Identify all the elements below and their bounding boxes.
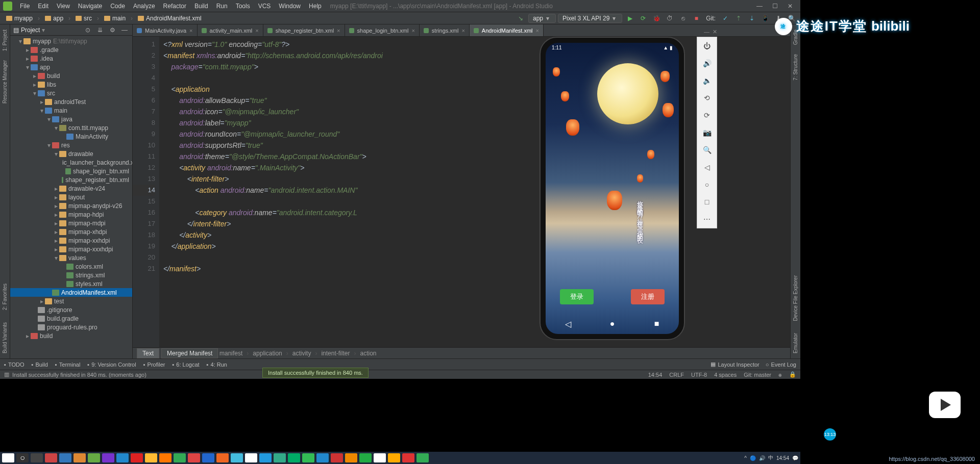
attach-debugger-icon[interactable]: ⎋ [677,13,689,24]
tree-node[interactable]: MainActivity [10,132,132,141]
menu-navigate[interactable]: Navigate [75,2,106,11]
git-push-icon[interactable]: ⇡ [733,13,744,24]
editor-crumb[interactable]: intent-filter [321,350,350,357]
tree-node[interactable]: ▾values [10,253,132,262]
layout-inspector-button[interactable]: ▦Layout Inspector [710,361,759,368]
editor-crumb[interactable]: application [253,350,282,357]
resource-manager-tab[interactable]: Resource Manager [2,58,8,106]
taskbar-app[interactable] [359,453,372,462]
start-button[interactable] [2,453,14,462]
taskbar-app[interactable] [159,453,172,462]
breadcrumb-item[interactable]: src [72,15,95,22]
taskbar-app[interactable] [231,453,243,462]
tree-node[interactable]: ▸drawable-v24 [10,184,132,193]
taskbar-app[interactable] [174,453,186,462]
device-screen[interactable]: 1:11 ▲ ▮ 你是遥远的明月 挂在每一个思念你的夜 登录 注册 ◁ ● ■ [546,43,679,334]
back-nav-icon[interactable]: ↘ [515,13,526,24]
editor-tab[interactable]: shape_login_btn.xml× [345,24,420,36]
menu-build[interactable]: Build [191,2,212,11]
toolwindow-button[interactable]: ▪TODO [4,362,24,368]
tree-node[interactable]: ▾com.ttit.myapp [10,123,132,132]
text-mode-tab[interactable]: Text [137,348,159,358]
register-button[interactable]: 注册 [631,289,665,304]
project-tree[interactable]: ▾myapp E:\ttit\myapp▸.gradle▸.idea▾app▸b… [10,36,132,358]
structure-tab[interactable]: 7: Structure [793,52,798,83]
taskbar-app[interactable] [59,453,71,462]
settings-icon[interactable]: ⚙ [108,27,117,34]
git-update-icon[interactable]: ✓ [720,13,731,24]
back-icon[interactable]: ◁ [701,162,713,173]
tray-icon[interactable]: 💬 [792,455,798,461]
tray-icon[interactable]: 中 [768,454,773,461]
tray-icon[interactable]: 🔊 [759,455,765,461]
search-button[interactable]: ○ [16,453,29,462]
menu-tools[interactable]: Tools [232,2,254,11]
device-explorer-tab[interactable]: Device File Explorer [793,273,798,323]
favorites-tab[interactable]: 2: Favorites [2,281,8,312]
tree-node[interactable]: build.gradle [10,314,132,323]
breadcrumb-item[interactable]: app [42,15,66,22]
tree-node[interactable]: ▾app [10,63,132,71]
emulator-minimize-button[interactable]: — [704,29,709,35]
tree-node[interactable]: ▸mipmap-hdpi [10,210,132,219]
editor-tab[interactable]: shape_register_btn.xml× [263,24,345,36]
taskbar-app[interactable] [345,453,357,462]
taskbar-app[interactable] [259,453,272,462]
file-encoding[interactable]: UTF-8 [691,372,707,378]
volume-up-icon[interactable]: 🔊 [701,58,713,69]
line-separator[interactable]: CRLF [669,372,684,378]
taskbar-app[interactable] [316,453,329,462]
rotate-left-icon[interactable]: ⟲ [701,92,713,104]
system-tray[interactable]: ^ 🔵 🔊 中 14:54 💬 [744,454,798,461]
event-log-button[interactable]: ○Event Log [766,362,796,368]
overview-icon[interactable]: □ [701,196,713,208]
tree-node[interactable]: ▾main [10,106,132,115]
apply-changes-icon[interactable]: ⟳ [638,13,649,24]
tree-node[interactable]: ▸build [10,71,132,80]
toolwindow-button[interactable]: ▪Build [31,362,47,368]
rotate-right-icon[interactable]: ⟳ [701,110,713,121]
debug-icon[interactable]: 🐞 [651,13,662,24]
emulator-tab[interactable]: Emulator [793,331,798,355]
taskbar-app[interactable] [45,453,57,462]
tree-node[interactable]: ▾src [10,89,132,97]
home-nav-icon[interactable]: ● [607,319,618,329]
menu-file[interactable]: File [16,2,33,11]
tree-node[interactable]: strings.xml [10,271,132,279]
taskbar-app[interactable] [331,453,343,462]
tree-node[interactable]: ▸mipmap-xxhdpi [10,236,132,245]
editor-crumb[interactable]: activity [292,350,311,357]
device-dropdown[interactable]: Pixel 3 XL API 29 [558,14,622,23]
menu-window[interactable]: Window [275,2,304,11]
task-view-button[interactable] [31,453,43,462]
caret-position[interactable]: 14:54 [648,372,663,378]
toolwindow-button[interactable]: ▪Profiler [143,362,165,368]
close-tab-icon[interactable]: × [189,28,192,34]
editor-tab[interactable]: activity_main.xml× [198,24,263,36]
taskbar-app[interactable] [74,453,86,462]
zoom-icon[interactable]: 🔍 [701,144,713,156]
tree-node[interactable]: ▸mipmap-anydpi-v26 [10,201,132,210]
menu-edit[interactable]: Edit [34,2,52,11]
more-icon[interactable]: ⋯ [701,214,713,225]
tree-node[interactable]: proguard-rules.pro [10,323,132,331]
editor-crumb[interactable]: manifest [219,350,242,357]
code-editor[interactable]: <?xml version="1.0" encoding="utf-8"?><m… [159,37,790,347]
toolwindow-button[interactable]: ▪4: Run [207,362,227,368]
taskbar-app[interactable] [116,453,129,462]
editor-tab[interactable]: strings.xml× [420,24,470,36]
taskbar-app[interactable] [402,453,414,462]
stop-icon[interactable]: ■ [691,13,702,24]
run-config-dropdown[interactable]: app [528,14,556,23]
tree-node[interactable]: shape_login_btn.xml [10,167,132,175]
tree-node[interactable]: ▸layout [10,193,132,201]
tree-node[interactable]: ▸mipmap-xhdpi [10,227,132,236]
close-tab-icon[interactable]: × [536,28,539,34]
editor-tab[interactable]: AndroidManifest.xml× [470,24,544,36]
breadcrumb-item[interactable]: main [101,15,129,22]
tray-chevron-icon[interactable]: ^ [744,455,747,461]
recents-nav-icon[interactable]: ■ [652,319,662,329]
tree-node[interactable]: ▾myapp E:\ttit\myapp [10,37,132,45]
close-tab-icon[interactable]: × [461,28,464,34]
menu-vcs[interactable]: VCS [255,2,275,11]
